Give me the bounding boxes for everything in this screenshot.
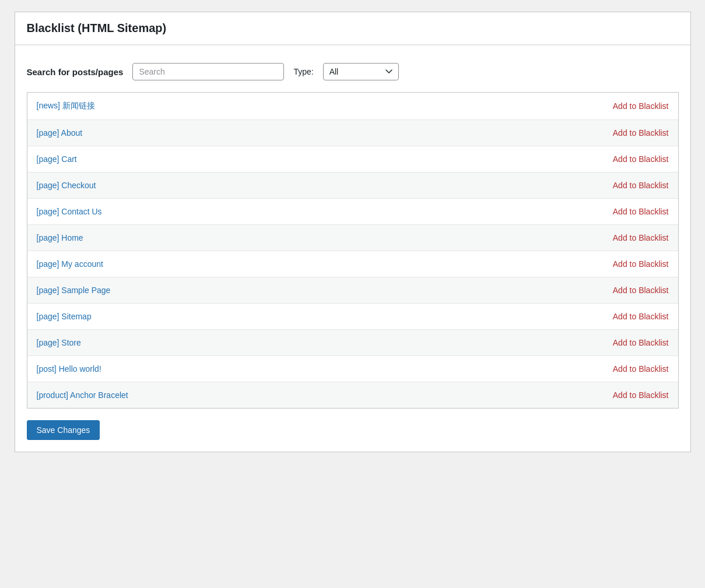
type-select[interactable]: Allpostpageproductnews: [323, 63, 399, 80]
search-label: Search for posts/pages: [27, 67, 124, 77]
item-link[interactable]: [news] 新闻链接: [37, 101, 95, 111]
list-item: [post] Hello world!Add to Blacklist: [27, 356, 678, 382]
add-to-blacklist-button[interactable]: Add to Blacklist: [613, 312, 669, 321]
list-item: [page] CheckoutAdd to Blacklist: [27, 172, 678, 199]
add-to-blacklist-button[interactable]: Add to Blacklist: [613, 338, 669, 347]
item-link[interactable]: [post] Hello world!: [37, 364, 101, 374]
item-link[interactable]: [page] Store: [37, 338, 81, 347]
list-item: [page] Sample PageAdd to Blacklist: [27, 277, 678, 304]
add-to-blacklist-button[interactable]: Add to Blacklist: [613, 101, 669, 111]
list-item: [page] HomeAdd to Blacklist: [27, 225, 678, 251]
list-item: [page] StoreAdd to Blacklist: [27, 330, 678, 356]
add-to-blacklist-button[interactable]: Add to Blacklist: [613, 364, 669, 374]
item-link[interactable]: [page] Checkout: [37, 181, 96, 190]
item-link[interactable]: [page] Sitemap: [37, 312, 92, 321]
page-title: Blacklist (HTML Sitemap): [27, 22, 679, 35]
add-to-blacklist-button[interactable]: Add to Blacklist: [613, 233, 669, 242]
add-to-blacklist-button[interactable]: Add to Blacklist: [613, 128, 669, 138]
item-link[interactable]: [page] Cart: [37, 154, 77, 164]
list-item: [page] CartAdd to Blacklist: [27, 146, 678, 172]
add-to-blacklist-button[interactable]: Add to Blacklist: [613, 207, 669, 216]
add-to-blacklist-button[interactable]: Add to Blacklist: [613, 181, 669, 190]
list-item: [product] Anchor BraceletAdd to Blacklis…: [27, 382, 678, 408]
list-item: [page] AboutAdd to Blacklist: [27, 120, 678, 146]
add-to-blacklist-button[interactable]: Add to Blacklist: [613, 259, 669, 269]
item-link[interactable]: [product] Anchor Bracelet: [37, 390, 128, 400]
list-item: [news] 新闻链接Add to Blacklist: [27, 93, 678, 120]
add-to-blacklist-button[interactable]: Add to Blacklist: [613, 390, 669, 400]
page-title-bar: Blacklist (HTML Sitemap): [15, 12, 690, 45]
add-to-blacklist-button[interactable]: Add to Blacklist: [613, 154, 669, 164]
list-item: [page] Contact UsAdd to Blacklist: [27, 199, 678, 225]
item-link[interactable]: [page] My account: [37, 259, 103, 269]
list-item: [page] SitemapAdd to Blacklist: [27, 304, 678, 330]
list-scroll[interactable]: [news] 新闻链接Add to Blacklist[page] AboutA…: [27, 93, 678, 408]
item-link[interactable]: [page] About: [37, 128, 83, 138]
add-to-blacklist-button[interactable]: Add to Blacklist: [613, 286, 669, 295]
main-container: Blacklist (HTML Sitemap) Search for post…: [15, 12, 691, 452]
list-item: [page] My accountAdd to Blacklist: [27, 251, 678, 277]
item-link[interactable]: [page] Contact Us: [37, 207, 102, 216]
item-link[interactable]: [page] Home: [37, 233, 83, 242]
save-changes-button[interactable]: Save Changes: [27, 420, 100, 440]
divider: [15, 45, 690, 45]
footer-section: Save Changes: [15, 409, 690, 452]
search-section: Search for posts/pages Type: Allpostpage…: [15, 57, 690, 92]
item-link[interactable]: [page] Sample Page: [37, 286, 111, 295]
type-label: Type:: [293, 67, 313, 76]
list-container: [news] 新闻链接Add to Blacklist[page] AboutA…: [27, 92, 679, 409]
search-input[interactable]: [132, 63, 284, 80]
